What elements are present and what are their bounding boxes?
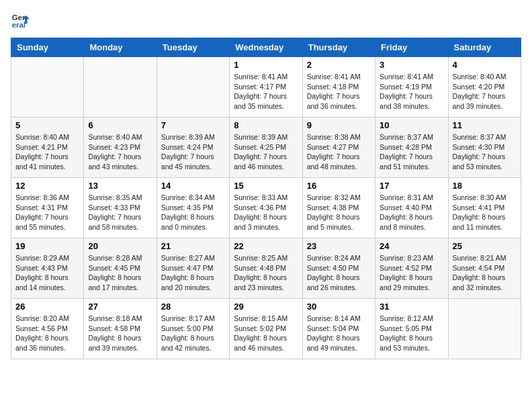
cell-line: Sunset: 4:18 PM [307, 83, 359, 91]
cell-line: Sunrise: 8:31 AM [380, 193, 433, 201]
cell-line: Daylight: 8 hours [453, 273, 506, 281]
cell-content: Sunrise: 8:39 AMSunset: 4:25 PMDaylight:… [234, 132, 298, 172]
cell-line: Daylight: 7 hours [88, 213, 141, 221]
calendar-cell: 16Sunrise: 8:32 AMSunset: 4:38 PMDayligh… [302, 178, 375, 238]
cell-line: and 3 minutes. [234, 223, 280, 231]
cell-line: Sunrise: 8:40 AM [453, 73, 506, 81]
cell-line: Sunset: 4:40 PM [380, 203, 432, 212]
cell-content: Sunrise: 8:37 AMSunset: 4:30 PMDaylight:… [453, 132, 517, 172]
cell-content: Sunrise: 8:15 AMSunset: 5:02 PMDaylight:… [234, 314, 298, 353]
cell-line: Sunset: 4:35 PM [161, 203, 214, 212]
cell-line: Daylight: 7 hours [88, 152, 141, 161]
day-number: 27 [88, 302, 152, 312]
calendar-week-3: 12Sunrise: 8:36 AMSunset: 4:31 PMDayligh… [11, 178, 521, 238]
cell-line: Daylight: 8 hours [380, 213, 433, 221]
cell-line: Sunset: 5:05 PM [380, 324, 432, 332]
cell-line: Daylight: 8 hours [453, 213, 506, 221]
cell-line: Daylight: 8 hours [234, 213, 287, 221]
cell-line: Sunrise: 8:40 AM [88, 133, 142, 141]
cell-line: Sunrise: 8:36 AM [15, 193, 69, 201]
day-number: 8 [234, 120, 298, 130]
cell-line: Sunrise: 8:21 AM [453, 254, 506, 262]
day-number: 28 [161, 302, 225, 312]
day-number: 26 [15, 302, 79, 312]
cell-line: and 39 minutes. [88, 344, 138, 352]
cell-line: Daylight: 8 hours [234, 273, 287, 281]
day-number: 24 [380, 241, 443, 251]
cell-line: and 32 minutes. [453, 283, 503, 291]
cell-line: and 38 minutes. [380, 102, 430, 110]
calendar-cell: 2Sunrise: 8:41 AMSunset: 4:18 PMDaylight… [302, 57, 375, 118]
cell-line: and 36 minutes. [307, 102, 357, 110]
cell-line: Daylight: 8 hours [307, 334, 360, 342]
cell-line: Sunrise: 8:33 AM [234, 193, 287, 201]
day-number: 20 [88, 241, 152, 251]
cell-line: Sunset: 5:02 PM [234, 324, 286, 332]
day-number: 15 [234, 181, 298, 191]
cell-line: Sunset: 4:19 PM [380, 83, 432, 91]
cell-line: Sunrise: 8:27 AM [161, 254, 215, 262]
cell-line: Daylight: 8 hours [234, 334, 287, 342]
cell-line: Sunrise: 8:25 AM [234, 254, 287, 262]
cell-line: and 41 minutes. [15, 163, 66, 171]
day-number: 23 [307, 241, 371, 251]
cell-line: Daylight: 7 hours [15, 213, 69, 221]
cell-line: Daylight: 8 hours [161, 273, 214, 281]
day-number: 31 [380, 302, 443, 312]
calendar-cell: 11Sunrise: 8:37 AMSunset: 4:30 PMDayligh… [448, 118, 521, 178]
day-number: 4 [453, 60, 517, 70]
cell-content: Sunrise: 8:40 AMSunset: 4:23 PMDaylight:… [88, 132, 152, 172]
day-number: 5 [15, 120, 79, 130]
header-day-monday: Monday [84, 38, 157, 57]
cell-content: Sunrise: 8:21 AMSunset: 4:54 PMDaylight:… [453, 253, 517, 293]
calendar-cell: 10Sunrise: 8:37 AMSunset: 4:28 PMDayligh… [375, 118, 448, 178]
cell-line: Sunrise: 8:39 AM [161, 133, 215, 141]
cell-line: Sunset: 5:00 PM [161, 324, 214, 332]
calendar-cell: 20Sunrise: 8:28 AMSunset: 4:45 PMDayligh… [84, 238, 157, 299]
cell-line: Sunset: 4:45 PM [88, 264, 140, 272]
cell-line: Sunset: 4:47 PM [161, 264, 214, 272]
day-number: 17 [380, 181, 443, 191]
cell-line: Sunrise: 8:29 AM [15, 254, 69, 262]
header-day-saturday: Saturday [448, 38, 521, 57]
cell-line: Daylight: 7 hours [307, 92, 360, 100]
cell-line: and 11 minutes. [453, 223, 503, 231]
calendar-cell: 18Sunrise: 8:30 AMSunset: 4:41 PMDayligh… [448, 178, 521, 238]
day-number: 25 [453, 241, 517, 251]
svg-text:eral: eral [12, 21, 26, 29]
cell-line: and 29 minutes. [380, 283, 430, 291]
day-number: 9 [307, 120, 371, 130]
cell-line: Daylight: 8 hours [307, 273, 360, 281]
cell-content: Sunrise: 8:30 AMSunset: 4:41 PMDaylight:… [453, 193, 517, 232]
day-number: 11 [453, 120, 517, 130]
cell-line: Daylight: 8 hours [307, 213, 360, 221]
cell-content: Sunrise: 8:27 AMSunset: 4:47 PMDaylight:… [161, 253, 225, 293]
cell-content: Sunrise: 8:40 AMSunset: 4:21 PMDaylight:… [15, 132, 79, 172]
cell-line: Sunrise: 8:41 AM [234, 73, 287, 81]
cell-content: Sunrise: 8:18 AMSunset: 4:58 PMDaylight:… [88, 314, 152, 353]
cell-line: Sunset: 4:58 PM [88, 324, 140, 332]
cell-content: Sunrise: 8:32 AMSunset: 4:38 PMDaylight:… [307, 193, 371, 232]
cell-content: Sunrise: 8:12 AMSunset: 5:05 PMDaylight:… [380, 314, 443, 353]
cell-line: and 43 minutes. [88, 163, 138, 171]
calendar-cell: 13Sunrise: 8:35 AMSunset: 4:33 PMDayligh… [84, 178, 157, 238]
cell-content: Sunrise: 8:17 AMSunset: 5:00 PMDaylight:… [161, 314, 225, 353]
cell-line: Sunset: 4:38 PM [307, 203, 359, 212]
cell-line: Daylight: 8 hours [88, 273, 141, 281]
cell-line: Daylight: 7 hours [453, 152, 506, 161]
day-number: 29 [234, 302, 298, 312]
cell-content: Sunrise: 8:37 AMSunset: 4:28 PMDaylight:… [380, 132, 443, 172]
calendar-cell: 30Sunrise: 8:14 AMSunset: 5:04 PMDayligh… [302, 299, 375, 359]
cell-line: Daylight: 8 hours [161, 334, 214, 342]
day-number: 16 [307, 181, 371, 191]
cell-line: Sunset: 5:04 PM [307, 324, 359, 332]
cell-line: Sunset: 4:23 PM [88, 143, 140, 151]
header-day-tuesday: Tuesday [157, 38, 229, 57]
cell-line: Sunrise: 8:28 AM [88, 254, 142, 262]
cell-line: Sunrise: 8:41 AM [307, 73, 361, 81]
cell-content: Sunrise: 8:38 AMSunset: 4:27 PMDaylight:… [307, 132, 371, 172]
cell-content: Sunrise: 8:41 AMSunset: 4:19 PMDaylight:… [380, 72, 443, 111]
day-number: 18 [453, 181, 517, 191]
calendar-week-4: 19Sunrise: 8:29 AMSunset: 4:43 PMDayligh… [11, 238, 521, 299]
cell-line: Sunset: 4:54 PM [453, 264, 505, 272]
